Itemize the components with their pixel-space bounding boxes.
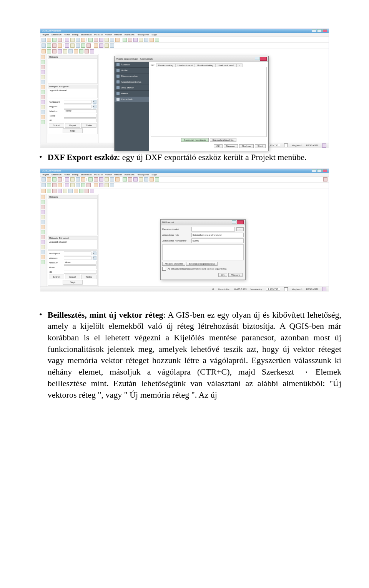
scale-value[interactable]: 1:985 750 <box>266 288 280 291</box>
clear-button[interactable]: Törlés <box>81 275 96 279</box>
toolbar-icon[interactable] <box>52 43 57 48</box>
add-raster-icon[interactable] <box>41 200 45 204</box>
toolbar-icon[interactable] <box>81 38 85 42</box>
tool-icon[interactable] <box>41 100 45 104</box>
menu-item[interactable]: Feldolgozás <box>137 173 149 176</box>
menu-item[interactable]: Nézet <box>64 173 70 176</box>
toolbar-icon[interactable] <box>52 177 57 182</box>
toolbar-icon[interactable] <box>58 183 62 187</box>
toolbar-icon[interactable] <box>52 189 57 193</box>
menu-item[interactable]: Beállítások <box>81 173 92 176</box>
toolbar-icon[interactable] <box>76 183 80 187</box>
toolbar-icon[interactable] <box>47 189 51 193</box>
toolbar-icon[interactable] <box>81 43 85 48</box>
toolbar-icon[interactable] <box>144 177 148 182</box>
tool-icon[interactable] <box>41 230 45 234</box>
toolbar-icon[interactable] <box>63 49 67 53</box>
toolbar-icon[interactable] <box>105 38 109 42</box>
tool-icon[interactable] <box>41 250 45 254</box>
column-header[interactable]: Hivatkozott mező <box>215 63 236 67</box>
add-wms-icon[interactable] <box>41 70 45 74</box>
menubar[interactable]: Projekt Szerkeszt Nézet Réteg Beállításo… <box>40 33 329 37</box>
maximize-icon[interactable] <box>317 169 322 172</box>
menu-item[interactable]: Vektor <box>105 173 112 176</box>
toolbar-icon[interactable] <box>74 189 78 193</box>
toolbar-icon[interactable] <box>79 189 83 193</box>
column-header[interactable]: Hivatkozó réteg <box>156 63 175 67</box>
start-input[interactable] <box>64 100 91 104</box>
side-item-identify[interactable]: Réteg azonosítás <box>115 73 149 79</box>
toolbar-icon[interactable] <box>68 189 73 193</box>
menu-item[interactable]: Projekt <box>42 173 49 176</box>
menu-item[interactable]: Feldolgozás <box>137 33 149 36</box>
add-wms-icon[interactable] <box>41 210 45 214</box>
menu-item[interactable]: Réteg <box>72 33 78 36</box>
toolbar-icon[interactable] <box>47 49 51 53</box>
column-header[interactable]: Id <box>236 63 243 67</box>
end-input[interactable] <box>64 256 91 260</box>
toolbar-icon[interactable] <box>115 38 120 42</box>
ok-button[interactable]: OK <box>214 144 223 148</box>
dialog-close-icon[interactable] <box>237 220 244 224</box>
toolbar-icon[interactable] <box>90 49 94 53</box>
toolbar-icon[interactable] <box>115 177 120 182</box>
layers-tab[interactable]: Rétegek <box>49 237 58 239</box>
column-header[interactable]: Hivatkozó mező <box>175 63 195 67</box>
add-icon[interactable]: + <box>93 105 96 108</box>
toolbar-icon[interactable] <box>65 43 69 48</box>
toolbar-icon[interactable] <box>139 177 143 182</box>
toolbar-icon[interactable] <box>110 183 114 187</box>
toolbar-icon[interactable] <box>99 38 103 42</box>
side-item-crs[interactable]: Vetület <box>115 68 149 73</box>
tool-icon[interactable] <box>41 105 45 109</box>
symmode-select[interactable]: Szimbólum réteg jelrendszer <box>191 233 244 237</box>
toolbar-icon[interactable] <box>94 177 98 182</box>
map-canvas[interactable]: DXF export Mentés másként ... Jelrendsze… <box>99 194 329 287</box>
toolbar-icon[interactable] <box>99 43 103 48</box>
toolbar-icon[interactable] <box>128 38 132 42</box>
add-icon[interactable]: + <box>93 256 96 260</box>
menu-item[interactable]: Modulok <box>94 33 103 36</box>
layer-list[interactable] <box>162 244 244 260</box>
extent-checkbox[interactable] <box>162 267 166 271</box>
dialog-help-icon[interactable] <box>232 220 236 223</box>
cancel-button[interactable]: Mégsem <box>228 273 243 277</box>
toolbar-icon[interactable] <box>76 177 80 182</box>
clear-button[interactable]: Törlés <box>81 123 96 128</box>
side-item-relations[interactable]: Kapcsolatok <box>115 97 149 102</box>
toolbar-icon[interactable] <box>58 189 62 193</box>
toolbar-icon[interactable] <box>42 43 46 48</box>
help-button[interactable]: Súgó <box>63 280 83 285</box>
browser-tab[interactable]: Böngésző <box>59 85 70 88</box>
toolbar-icon[interactable] <box>105 43 109 48</box>
tool-icon[interactable] <box>41 95 45 99</box>
maximize-icon[interactable] <box>317 29 322 32</box>
menu-item[interactable]: Réteg <box>72 173 78 176</box>
start-input[interactable] <box>64 252 91 255</box>
toolbar-icon[interactable] <box>105 177 109 182</box>
tool-icon[interactable] <box>41 260 45 264</box>
add-csv-icon[interactable] <box>41 220 45 224</box>
ok-button[interactable]: OK <box>218 273 227 277</box>
toolbar-icon[interactable] <box>58 49 62 53</box>
toolbar-icon[interactable] <box>128 177 132 182</box>
remove-relation-button[interactable]: Kapcsolat eltávolítás <box>210 138 236 142</box>
toolbar-icon[interactable] <box>42 49 46 53</box>
toolbar-icon[interactable] <box>123 38 127 42</box>
side-item-macros[interactable]: Makrók <box>115 91 149 97</box>
help-button[interactable]: Súgó <box>63 128 83 133</box>
add-relation-button[interactable]: Kapcsolat hozzáadás <box>181 138 208 142</box>
toolbar-icon[interactable] <box>85 49 89 53</box>
crs-value[interactable]: EPSG:4326 <box>306 144 318 147</box>
toolbar-icon[interactable] <box>58 177 62 182</box>
select-all-button[interactable]: Mindent szelektál <box>162 262 185 266</box>
toolbar-icon[interactable] <box>99 177 103 182</box>
toolbar-icon[interactable] <box>65 177 69 182</box>
tool-icon[interactable] <box>41 115 45 119</box>
add-csv-icon[interactable] <box>41 80 45 84</box>
add-raster-icon[interactable] <box>41 60 45 64</box>
export-button[interactable]: Export <box>65 275 80 279</box>
toolbar-icon[interactable] <box>110 38 114 42</box>
crs-value[interactable]: EPSG:4326 <box>306 288 318 290</box>
side-item-style[interactable]: Alapértelmezett stílus <box>115 79 149 85</box>
